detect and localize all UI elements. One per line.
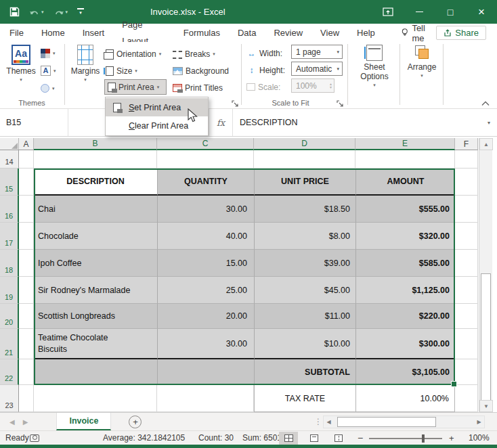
- print-area-button[interactable]: Print Area▾: [104, 79, 167, 95]
- customize-qat-button[interactable]: ▾: [77, 8, 84, 16]
- zoom-slider[interactable]: [369, 438, 442, 439]
- cell-unit-price[interactable]: $18.50: [254, 196, 355, 223]
- horizontal-scrollbar[interactable]: ◀ ▶: [323, 416, 485, 428]
- normal-view-button[interactable]: [279, 432, 298, 445]
- formula-input[interactable]: DESCRIPTION: [240, 109, 297, 136]
- breaks-button[interactable]: Breaks▾: [173, 46, 215, 62]
- undo-button[interactable]: ▾: [29, 7, 44, 16]
- column-header-d[interactable]: D: [254, 138, 355, 150]
- row-header-15[interactable]: 15: [0, 169, 19, 196]
- cell-amount-header[interactable]: AMOUNT: [355, 169, 455, 196]
- vertical-scroll-thumb[interactable]: [481, 273, 491, 403]
- print-titles-button[interactable]: Print Titles: [173, 80, 223, 95]
- cell-empty[interactable]: [157, 150, 254, 169]
- row-header-20[interactable]: 20: [0, 304, 19, 329]
- tab-file[interactable]: File: [1, 25, 33, 41]
- zoom-in-button[interactable]: +: [449, 431, 454, 445]
- cell-empty[interactable]: [34, 150, 157, 169]
- row-header-22[interactable]: 22: [0, 359, 19, 385]
- cell-quantity[interactable]: 40.00: [157, 223, 254, 250]
- cell-amount[interactable]: $585.00: [355, 250, 455, 277]
- scroll-left-button[interactable]: ◀: [324, 416, 334, 428]
- cell-empty[interactable]: [455, 150, 478, 169]
- cell-quantity[interactable]: 30.00: [157, 196, 254, 223]
- tab-review[interactable]: Review: [265, 25, 311, 41]
- tell-me-box[interactable]: Tell me: [402, 23, 437, 43]
- cell-description[interactable]: Teatime Chocolate Biscuits: [34, 329, 157, 359]
- sheet-options-button[interactable]: Sheet Options ▾: [352, 45, 397, 88]
- cell-subtotal-label[interactable]: SUBTOTAL: [254, 359, 355, 385]
- cell-quantity[interactable]: 30.00: [157, 329, 254, 359]
- select-all-corner[interactable]: [0, 138, 19, 150]
- cell-description[interactable]: Scottish Longbreads: [34, 304, 157, 329]
- insert-function-button[interactable]: fx: [209, 109, 233, 136]
- previous-sheet-button[interactable]: ◀: [9, 418, 15, 426]
- cell-description[interactable]: Chocolade: [34, 223, 157, 250]
- cell-empty[interactable]: [19, 169, 34, 196]
- share-button[interactable]: Share: [436, 26, 486, 40]
- cell-unit-price[interactable]: $11.00: [254, 304, 355, 329]
- cell-empty[interactable]: [34, 385, 157, 412]
- new-sheet-button[interactable]: +: [129, 416, 142, 428]
- theme-fonts-button[interactable]: A▾: [41, 63, 56, 79]
- cell-amount[interactable]: $300.00: [355, 329, 455, 359]
- cell-amount[interactable]: $1,125.00: [355, 277, 455, 304]
- row-header-14[interactable]: 14: [0, 150, 19, 169]
- margins-button[interactable]: Margins ▾: [69, 45, 102, 83]
- next-sheet-button[interactable]: ▶: [23, 418, 28, 426]
- row-header-21[interactable]: 21: [0, 329, 19, 359]
- cell-unit-price[interactable]: $10.00: [254, 329, 355, 359]
- scale-to-fit-dialog-launcher[interactable]: [337, 100, 344, 110]
- save-button[interactable]: [9, 7, 20, 17]
- tab-formulas[interactable]: Formulas: [175, 25, 229, 41]
- cell-empty[interactable]: [254, 150, 355, 169]
- cell-subtotal-value[interactable]: $3,105.00: [355, 359, 455, 385]
- cell-empty[interactable]: [455, 359, 478, 385]
- orientation-button[interactable]: Orientation▾: [106, 46, 161, 62]
- cell-quantity[interactable]: 25.00: [157, 277, 254, 304]
- cell-tax-label[interactable]: TAX RATE: [254, 385, 355, 412]
- page-break-view-button[interactable]: [329, 432, 348, 445]
- cell-unit-price-header[interactable]: UNIT PRICE: [254, 169, 355, 196]
- page-layout-view-button[interactable]: [305, 432, 324, 445]
- cell-empty[interactable]: [455, 329, 478, 359]
- zoom-out-button[interactable]: −: [358, 431, 363, 445]
- cell-empty[interactable]: [19, 329, 34, 359]
- vertical-scrollbar[interactable]: ▲ ▼: [479, 138, 492, 412]
- cell-quantity[interactable]: 15.00: [157, 250, 254, 277]
- cell-empty[interactable]: [19, 223, 34, 250]
- column-header-f[interactable]: F: [455, 138, 478, 150]
- horizontal-scroll-thumb[interactable]: [337, 417, 436, 427]
- cell-empty[interactable]: [34, 359, 157, 385]
- theme-effects-button[interactable]: ▾: [41, 81, 55, 96]
- redo-button[interactable]: ▾: [53, 7, 68, 16]
- zoom-slider-thumb[interactable]: [422, 434, 425, 443]
- cell-amount[interactable]: $220.00: [355, 304, 455, 329]
- cell-empty[interactable]: [455, 304, 478, 329]
- minimize-button[interactable]: [404, 0, 435, 24]
- cell-description[interactable]: Chai: [34, 196, 157, 223]
- arrange-button[interactable]: Arrange ▾: [404, 45, 440, 79]
- tab-help[interactable]: Help: [348, 25, 384, 41]
- sheet-tab-invoice[interactable]: Invoice: [56, 413, 111, 430]
- width-combobox[interactable]: 1 page▾: [291, 45, 343, 59]
- column-header-c[interactable]: C: [157, 138, 254, 150]
- cell-unit-price[interactable]: $39.00: [254, 250, 355, 277]
- cell-empty[interactable]: [455, 196, 478, 223]
- cell-empty[interactable]: [19, 196, 34, 223]
- cell-tax-value[interactable]: 10.00%: [355, 385, 455, 412]
- collapse-ribbon-button[interactable]: [481, 99, 490, 108]
- cell-unit-price[interactable]: $8.00: [254, 223, 355, 250]
- cell-empty[interactable]: [19, 304, 34, 329]
- cell-empty[interactable]: [455, 223, 478, 250]
- tab-bar-splitter[interactable]: ⋮: [314, 417, 322, 426]
- cell-empty[interactable]: [355, 150, 455, 169]
- tab-home[interactable]: Home: [33, 25, 74, 41]
- cell-amount[interactable]: $555.00: [355, 196, 455, 223]
- row-header-17[interactable]: 17: [0, 223, 19, 250]
- row-header-19[interactable]: 19: [0, 277, 19, 304]
- cell-empty[interactable]: [157, 359, 254, 385]
- macro-record-button[interactable]: [30, 431, 39, 445]
- row-header-23[interactable]: 23: [0, 385, 19, 412]
- tab-view[interactable]: View: [311, 25, 348, 41]
